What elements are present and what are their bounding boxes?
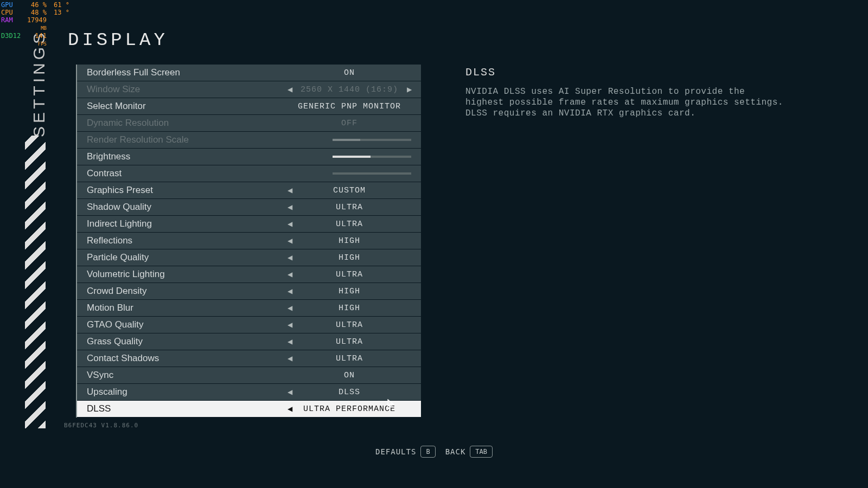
setting-value-control: ◀ULTRA (284, 354, 414, 363)
setting-label: Grass Quality (87, 336, 143, 347)
setting-value: HIGH (339, 287, 360, 296)
perf-d3d12: D3D12 141 FPS (1, 32, 69, 48)
setting-value: CUSTOM (333, 186, 366, 195)
setting-row[interactable]: Indirect Lighting◀ULTRA (77, 216, 421, 232)
chevron-left-icon[interactable]: ◀ (284, 271, 295, 278)
setting-slider[interactable] (333, 156, 411, 158)
back-button[interactable]: BACK TAB (445, 446, 493, 458)
chevron-left-icon[interactable]: ◀ (284, 254, 295, 261)
setting-row[interactable]: Borderless Full ScreenON (77, 65, 421, 81)
setting-value-control: ◀ULTRA (284, 270, 414, 279)
setting-row[interactable]: Brightness (77, 149, 421, 165)
setting-value: DLSS (339, 388, 360, 397)
setting-value: OFF (341, 119, 358, 128)
setting-label: Crowd Density (87, 286, 147, 297)
setting-value: ULTRA (336, 220, 363, 229)
chevron-left-icon[interactable]: ◀ (284, 287, 295, 295)
info-description: NVIDIA DLSS uses AI Super Resolution to … (465, 86, 786, 119)
setting-value-control: ◀HIGH (284, 253, 414, 262)
setting-value: HIGH (339, 253, 360, 262)
setting-label: Graphics Preset (87, 185, 153, 196)
setting-label: Reflections (87, 235, 132, 246)
setting-label: VSync (87, 370, 113, 381)
setting-row[interactable]: Window Size◀2560 X 1440 (16:9)▶ (77, 81, 421, 98)
perf-gpu: GPU 46 % 61 ° (1, 1, 69, 9)
build-version: B6FEDC43 V1.8.86.0 (64, 422, 138, 429)
setting-value-control: ◀HIGH (284, 236, 414, 246)
setting-label: Volumetric Lighting (87, 269, 165, 280)
setting-row[interactable]: Dynamic ResolutionOFF (77, 115, 421, 131)
setting-row[interactable]: Contact Shadows◀ULTRA (77, 350, 421, 367)
setting-label: Brightness (87, 151, 130, 162)
chevron-left-icon[interactable]: ◀ (284, 203, 295, 211)
setting-label: Shadow Quality (87, 202, 151, 213)
setting-slider (333, 139, 411, 141)
chevron-left-icon[interactable]: ◀ (284, 355, 295, 362)
setting-label: DLSS (87, 403, 111, 414)
setting-row[interactable]: Grass Quality◀ULTRA (77, 333, 421, 350)
setting-value-control: ◀2560 X 1440 (16:9)▶ (284, 85, 414, 94)
setting-row[interactable]: Upscaling◀DLSS (77, 384, 421, 400)
setting-label: Render Resolution Scale (87, 134, 189, 145)
key-hint: TAB (470, 446, 493, 458)
chevron-left-icon[interactable]: ◀ (284, 388, 295, 396)
perf-cpu: CPU 48 % 13 ° (1, 9, 69, 16)
setting-value: ON (344, 68, 355, 78)
setting-row[interactable]: Select MonitorGENERIC PNP MONITOR (77, 98, 421, 114)
setting-value: GENERIC PNP MONITOR (298, 102, 401, 111)
chevron-left-icon[interactable]: ◀ (284, 237, 295, 245)
setting-row[interactable]: Crowd Density◀HIGH (77, 283, 421, 299)
chevron-left-icon[interactable]: ◀ (284, 304, 295, 312)
performance-overlay: GPU 46 % 61 ° CPU 48 % 13 ° RAM 17949 MB… (1, 1, 69, 48)
settings-list: Borderless Full ScreenONWindow Size◀2560… (76, 65, 421, 418)
setting-value-control: ◀ULTRA (284, 337, 414, 346)
setting-label: Indirect Lighting (87, 219, 152, 229)
info-title: DLSS (465, 66, 786, 79)
setting-label: Select Monitor (87, 101, 146, 112)
setting-value-control: ◀ULTRA (284, 203, 414, 212)
setting-label: Window Size (87, 84, 140, 95)
setting-row[interactable]: GTAO Quality◀ULTRA (77, 317, 421, 333)
setting-value-control: ◀CUSTOM (284, 186, 414, 195)
setting-row[interactable]: Contrast (77, 165, 421, 182)
setting-value-control: ◀ULTRA (284, 220, 414, 229)
defaults-button[interactable]: DEFAULTS B (375, 446, 436, 458)
chevron-left-icon[interactable]: ◀ (284, 220, 295, 228)
setting-row[interactable]: Render Resolution Scale (77, 132, 421, 148)
setting-value: HIGH (339, 304, 360, 313)
setting-value: ULTRA (336, 270, 363, 279)
setting-value-control: ON (284, 371, 414, 380)
setting-value: ON (344, 371, 355, 380)
setting-row[interactable]: Volumetric Lighting◀ULTRA (77, 266, 421, 282)
setting-row[interactable]: Particle Quality◀HIGH (77, 249, 421, 266)
setting-row[interactable]: Shadow Quality◀ULTRA (77, 199, 421, 215)
page-title: DISPLAY (68, 30, 168, 50)
chevron-left-icon[interactable]: ◀ (284, 405, 295, 413)
setting-value: ULTRA (336, 320, 363, 330)
setting-label: Borderless Full Screen (87, 67, 180, 78)
setting-slider[interactable] (333, 172, 411, 175)
chevron-left-icon[interactable]: ◀ (284, 321, 295, 329)
footer-controls: DEFAULTS B BACK TAB (0, 446, 868, 458)
setting-value: ULTRA (336, 354, 363, 363)
perf-ram: RAM 17949 MB (1, 16, 69, 32)
setting-row[interactable]: Reflections◀HIGH (77, 233, 421, 249)
key-hint: B (420, 446, 435, 458)
chevron-left-icon[interactable]: ◀ (284, 338, 295, 345)
setting-value-control: ◀ULTRA (284, 320, 414, 330)
setting-row[interactable]: Graphics Preset◀CUSTOM (77, 182, 421, 198)
setting-value-control: ◀HIGH (284, 287, 414, 296)
setting-row[interactable]: DLSS◀ULTRA PERFORMANCE (77, 401, 421, 417)
setting-row[interactable]: Motion Blur◀HIGH (77, 300, 421, 316)
chevron-left-icon[interactable]: ◀ (284, 187, 295, 194)
info-panel: DLSS NVIDIA DLSS uses AI Super Resolutio… (465, 66, 786, 119)
chevron-left-icon[interactable]: ◀ (284, 86, 295, 93)
setting-label: Contrast (87, 168, 122, 179)
decorative-stripes (25, 136, 46, 428)
chevron-right-icon[interactable]: ▶ (404, 86, 414, 93)
setting-row[interactable]: VSyncON (77, 367, 421, 383)
setting-label: Contact Shadows (87, 353, 159, 364)
setting-label: Dynamic Resolution (87, 118, 169, 129)
setting-value-control: ◀ULTRA PERFORMANCE (284, 404, 414, 414)
setting-value: 2560 X 1440 (16:9) (301, 85, 398, 94)
